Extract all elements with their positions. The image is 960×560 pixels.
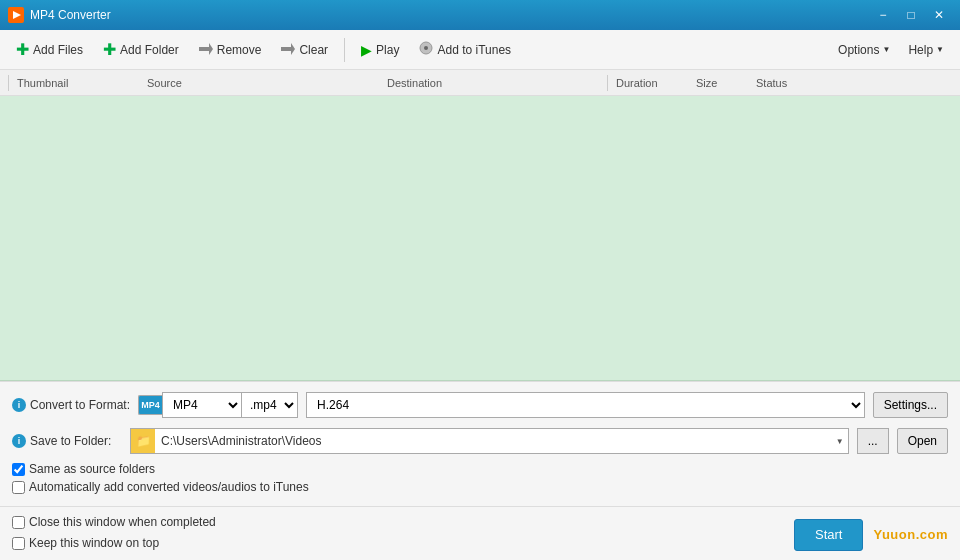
add-folder-label: Add Folder [120, 43, 179, 57]
same-as-source-row: Same as source folders [12, 462, 948, 476]
svg-rect-2 [199, 47, 209, 51]
add-files-button[interactable]: ✚ Add Files [8, 35, 91, 65]
format-select[interactable]: MP4 [162, 392, 242, 418]
keep-on-top-row: Keep this window on top [12, 536, 216, 550]
format-section-label: i Convert to Format: [12, 398, 130, 412]
svg-marker-5 [291, 43, 295, 55]
save-folder-label: Save to Folder: [30, 434, 111, 448]
column-source: Source [147, 77, 387, 89]
toolbar: ✚ Add Files ✚ Add Folder Remove [0, 30, 960, 70]
svg-point-7 [424, 46, 428, 50]
same-as-source-label[interactable]: Same as source folders [29, 462, 155, 476]
folder-path-text: C:\Users\Administrator\Videos [155, 434, 832, 448]
folder-row: i Save to Folder: 📁 C:\Users\Administrat… [12, 428, 948, 454]
footer-checkboxes: Close this window when completed Keep th… [12, 515, 216, 554]
column-destination: Destination [387, 77, 607, 89]
folder-path-arrow-icon: ▼ [832, 437, 848, 446]
format-select-wrapper: MP4 MP4 .mp4 [138, 392, 298, 418]
codec-select[interactable]: H.264 [306, 392, 865, 418]
options-label: Options [838, 43, 879, 57]
window-controls: − □ ✕ [870, 5, 952, 25]
close-on-complete-label[interactable]: Close this window when completed [29, 515, 216, 529]
help-label: Help [908, 43, 933, 57]
convert-format-label: Convert to Format: [30, 398, 130, 412]
maximize-button[interactable]: □ [898, 5, 924, 25]
main-content: ✚ Add Files ✚ Add Folder Remove [0, 30, 960, 560]
format-row: i Convert to Format: MP4 MP4 .mp4 H.264 … [12, 392, 948, 418]
start-button[interactable]: Start [794, 519, 863, 551]
format-info-icon: i [12, 398, 26, 412]
column-thumbnail: Thumbnail [17, 77, 147, 89]
header-divider-1 [607, 75, 608, 91]
close-on-complete-row: Close this window when completed [12, 515, 216, 529]
column-size: Size [696, 77, 756, 89]
remove-button[interactable]: Remove [191, 35, 270, 65]
add-files-label: Add Files [33, 43, 83, 57]
extension-select[interactable]: .mp4 [242, 392, 298, 418]
play-label: Play [376, 43, 399, 57]
keep-on-top-label[interactable]: Keep this window on top [29, 536, 159, 550]
bottom-panel: i Convert to Format: MP4 MP4 .mp4 H.264 … [0, 381, 960, 506]
folder-info-icon: i [12, 434, 26, 448]
column-status: Status [756, 77, 952, 89]
mp4-icon: MP4 [138, 395, 162, 415]
folder-path-wrapper[interactable]: 📁 C:\Users\Administrator\Videos ▼ [130, 428, 849, 454]
add-files-icon: ✚ [16, 40, 29, 59]
remove-label: Remove [217, 43, 262, 57]
svg-rect-4 [281, 47, 291, 51]
app-title: MP4 Converter [30, 8, 870, 22]
footer-row: Close this window when completed Keep th… [0, 506, 960, 560]
minimize-button[interactable]: − [870, 5, 896, 25]
add-folder-icon: ✚ [103, 40, 116, 59]
auto-add-itunes-label[interactable]: Automatically add converted videos/audio… [29, 480, 309, 494]
toolbar-right: Options ▼ Help ▼ [830, 35, 952, 65]
file-list-body [0, 96, 960, 380]
keep-on-top-checkbox[interactable] [12, 537, 25, 550]
remove-icon [199, 42, 213, 58]
file-list-header: Thumbnail Source Destination Duration Si… [0, 70, 960, 96]
clear-label: Clear [299, 43, 328, 57]
title-bar: MP4 Converter − □ ✕ [0, 0, 960, 30]
browse-button[interactable]: ... [857, 428, 889, 454]
add-folder-button[interactable]: ✚ Add Folder [95, 35, 187, 65]
folder-path-folder-icon: 📁 [131, 429, 155, 453]
auto-add-itunes-row: Automatically add converted videos/audio… [12, 480, 948, 494]
options-button[interactable]: Options ▼ [830, 35, 898, 65]
add-to-itunes-label: Add to iTunes [437, 43, 511, 57]
file-list-container: Thumbnail Source Destination Duration Si… [0, 70, 960, 381]
itunes-icon [419, 41, 433, 58]
folder-section-label: i Save to Folder: [12, 434, 122, 448]
add-to-itunes-button[interactable]: Add to iTunes [411, 35, 519, 65]
play-icon: ▶ [361, 42, 372, 58]
settings-button[interactable]: Settings... [873, 392, 948, 418]
footer-right: Start Yuuon.com [794, 519, 948, 551]
same-as-source-checkbox[interactable] [12, 463, 25, 476]
app-icon [8, 7, 24, 23]
svg-marker-3 [209, 43, 213, 55]
play-button[interactable]: ▶ Play [353, 35, 407, 65]
help-arrow-icon: ▼ [936, 45, 944, 54]
watermark: Yuuon.com [873, 527, 948, 542]
auto-add-itunes-checkbox[interactable] [12, 481, 25, 494]
separator-1 [344, 38, 345, 62]
options-arrow-icon: ▼ [882, 45, 890, 54]
clear-button[interactable]: Clear [273, 35, 336, 65]
header-divider-0 [8, 75, 9, 91]
close-on-complete-checkbox[interactable] [12, 516, 25, 529]
help-button[interactable]: Help ▼ [900, 35, 952, 65]
clear-icon [281, 42, 295, 58]
close-button[interactable]: ✕ [926, 5, 952, 25]
open-button[interactable]: Open [897, 428, 948, 454]
column-duration: Duration [616, 77, 696, 89]
